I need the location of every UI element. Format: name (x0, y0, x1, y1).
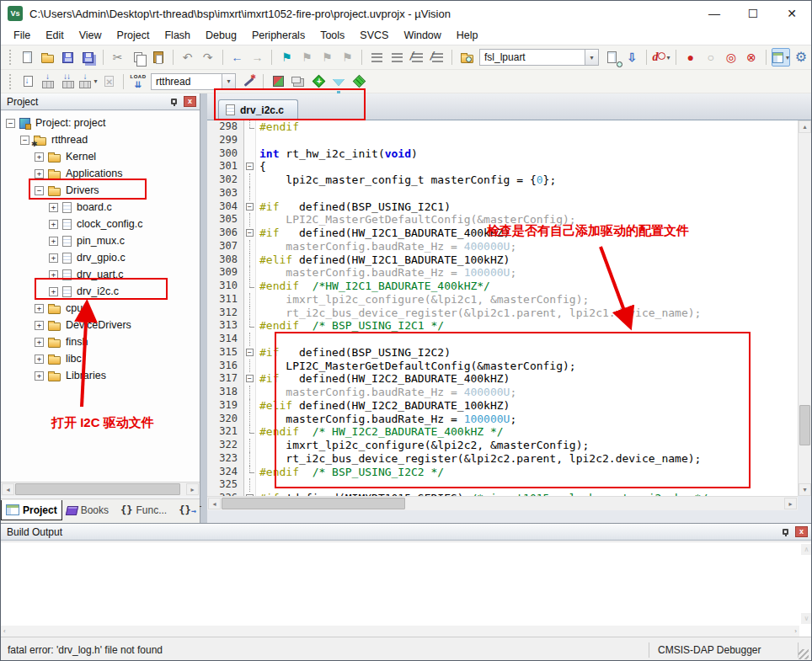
fold-margin[interactable]: − (244, 227, 256, 240)
expander-icon[interactable]: + (35, 354, 44, 364)
code-line[interactable]: 307 masterConfig.baudRate_Hz = 400000U; (207, 240, 798, 253)
batch-build-dropdown-icon[interactable]: ▾ (93, 77, 97, 85)
tree-item-drv-gpio-c[interactable]: +drv_gpio.c (1, 249, 200, 266)
kill-all-breakpoints-button[interactable]: ⊗ (742, 48, 761, 67)
tree-item-rtthread[interactable]: −rtthread (1, 131, 200, 148)
code-line[interactable]: 317−#if defined(HW_I2C2_BADURATE_400kHZ) (207, 372, 798, 386)
menu-project[interactable]: Project (110, 27, 158, 44)
expander-icon[interactable]: + (35, 338, 44, 347)
tree-item-drv-uart-c[interactable]: +drv_uart.c (1, 266, 200, 283)
scroll-right-icon[interactable]: › (794, 627, 797, 635)
expander-icon[interactable]: − (20, 136, 29, 145)
code-line[interactable]: 318 masterConfig.baudRate_Hz = 400000U; (207, 386, 798, 399)
scroll-down-icon[interactable]: ∨ (801, 613, 812, 624)
tree-item-clock-config-c[interactable]: +clock_config.c (1, 216, 200, 232)
code-line[interactable]: 314 (207, 333, 798, 346)
batch-build-button[interactable]: ▾ (79, 72, 98, 91)
window-layout-dropdown-icon[interactable]: ▾ (786, 54, 789, 61)
code-line[interactable]: 304−#if defined(BSP_USING_I2C1) (207, 200, 798, 214)
menu-help[interactable]: Help (449, 27, 486, 44)
scroll-left-icon[interactable]: ‹ (3, 627, 6, 635)
build-output-horizontal-scrollbar[interactable]: ‹ › (1, 626, 799, 637)
expander-icon[interactable]: − (6, 119, 15, 128)
menu-file[interactable]: File (6, 27, 38, 44)
fold-collapse-icon[interactable]: − (246, 349, 254, 356)
comment-selection-button[interactable] (408, 48, 426, 67)
configure-button[interactable]: ⚙ (792, 48, 810, 67)
scroll-up-icon[interactable]: ∧ (801, 544, 812, 555)
search-box-field[interactable]: fsl_lpuart (479, 49, 585, 66)
save-all-button[interactable] (79, 48, 98, 67)
expander-icon[interactable]: + (49, 220, 58, 229)
close-panel-icon[interactable]: x (184, 96, 196, 107)
tree-item-finsh[interactable]: +finsh (1, 333, 200, 350)
toolbar-grip[interactable] (9, 74, 13, 89)
code-line[interactable]: 298#endif (207, 120, 798, 134)
maximize-button[interactable]: ☐ (734, 1, 772, 26)
expander-icon[interactable]: − (35, 186, 44, 195)
fold-collapse-icon[interactable]: − (246, 203, 254, 211)
expander-icon[interactable]: + (49, 287, 58, 296)
tree-horizontal-scrollbar[interactable]: ◂ ▸ (1, 482, 200, 496)
window-layout-button[interactable]: ▾ (772, 48, 790, 67)
panel-tab-func[interactable]: {}Func... (116, 500, 171, 520)
code-line[interactable]: 305 LPI2C_MasterGetDefaultConfig(&master… (207, 213, 798, 227)
code-line[interactable]: 313#endif /* BSP_USING_I2C1 */ (207, 319, 798, 333)
fold-margin[interactable]: − (244, 160, 256, 173)
tree-item-cpu[interactable]: +cpu (1, 300, 200, 317)
tab-drv-i2c[interactable]: drv_i2c.c (218, 99, 298, 120)
bookmark-toggle-button[interactable]: ⚑ (277, 48, 296, 67)
scroll-thumb[interactable] (15, 483, 180, 495)
fold-collapse-icon[interactable]: − (246, 229, 254, 237)
code-line[interactable]: 312 rt_i2c_bus_device_register(&lpi2c1.p… (207, 307, 798, 320)
expander-icon[interactable]: + (49, 237, 58, 246)
resize-grip[interactable] (799, 649, 809, 659)
options-for-target-button[interactable] (239, 72, 258, 91)
expander-icon[interactable]: + (49, 253, 58, 263)
target-select-dropdown-icon[interactable]: ▾ (222, 73, 236, 90)
code-line[interactable]: 308#elif defined(HW_I2C1_BADURATE_100kHZ… (207, 253, 798, 267)
undo-button[interactable]: ↶ (179, 48, 197, 67)
fold-margin[interactable]: − (244, 200, 256, 214)
close-panel-icon[interactable]: x (795, 526, 808, 537)
code-line[interactable]: 301−{ (207, 160, 798, 173)
uncomment-selection-button[interactable] (428, 48, 446, 67)
tree-item-devicedrivers[interactable]: +DeviceDrivers (1, 317, 200, 333)
scroll-left-icon[interactable]: ◂ (2, 483, 14, 495)
open-file-button[interactable] (39, 48, 57, 67)
cut-button[interactable]: ✂ (109, 48, 127, 67)
tree-item-pin-mux-c[interactable]: +pin_mux.c (1, 232, 200, 249)
fold-margin[interactable]: − (244, 372, 256, 386)
navigate-back-button[interactable]: ← (227, 48, 246, 67)
manage-multi-project-button[interactable] (289, 72, 307, 91)
code-line[interactable]: 309 masterConfig.baudRate_Hz = 100000U; (207, 266, 798, 280)
expander-icon[interactable]: + (49, 203, 58, 212)
menu-peripherals[interactable]: Peripherals (244, 27, 313, 44)
copy-button[interactable] (129, 48, 147, 67)
target-select-field[interactable]: rtthread (151, 73, 222, 90)
code-line[interactable]: 322 imxrt_lpi2c_configure(&lpi2c2, &mast… (207, 439, 798, 452)
target-select[interactable]: rtthread▾ (151, 73, 236, 90)
scroll-thumb[interactable] (222, 498, 405, 509)
unindent-button[interactable] (387, 48, 406, 67)
menu-edit[interactable]: Edit (38, 27, 72, 44)
code-line[interactable]: 315−#if defined(BSP_USING_I2C2) (207, 346, 798, 360)
disable-all-breakpoints-button[interactable]: ◎ (722, 48, 740, 67)
expander-icon[interactable]: + (35, 321, 44, 330)
minimize-button[interactable]: — (695, 1, 734, 26)
tree-item-drv-i2c-c[interactable]: +drv_i2c.c (1, 283, 200, 300)
pin-icon[interactable] (171, 99, 177, 104)
code-line[interactable]: 320 masterConfig.baudRate_Hz = 100000U; (207, 413, 798, 426)
code-line[interactable]: 311 imxrt_lpi2c_configure(&lpi2c1, &mast… (207, 293, 798, 307)
find-all-references-dropdown-icon[interactable]: ▾ (666, 54, 670, 61)
menu-tools[interactable]: Tools (313, 27, 352, 44)
find-in-target-button[interactable] (602, 48, 621, 67)
select-software-packs-button[interactable] (329, 72, 348, 91)
manage-rte-button[interactable] (309, 72, 328, 91)
code-line[interactable]: 324#endif /* BSP_USING_I2C2 */ (207, 466, 798, 479)
code-line[interactable]: 302 lpi2c_master_config_t masterConfig =… (207, 173, 798, 187)
editor-vertical-scrollbar[interactable]: ▴ ▾ (798, 120, 812, 496)
code-line[interactable]: 310#endif /*HW_I2C1_BADURATE_400kHZ*/ (207, 280, 798, 293)
editor-horizontal-scrollbar[interactable]: ◂ ▸ (207, 496, 798, 510)
code-line[interactable]: 306−#if defined(HW_I2C1_BADURATE_400kHZ) (207, 227, 798, 240)
